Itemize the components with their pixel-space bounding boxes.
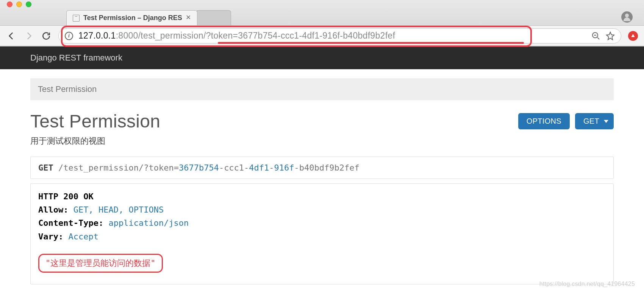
page-viewport: Django REST framework Test Permission Te…	[0, 47, 644, 295]
header-vary-value: Accept	[68, 232, 98, 241]
tab-title: Test Permission – Django RES	[83, 14, 182, 22]
response-status: HTTP 200 OK	[38, 190, 606, 203]
page-header-row: Test Permission 用于测试权限的视图 OPTIONS GET	[30, 111, 614, 147]
page-description: 用于测试权限的视图	[30, 135, 160, 147]
response-box: HTTP 200 OK Allow: GET, HEAD, OPTIONS Co…	[30, 183, 614, 284]
header-content-type-key: Content-Type:	[38, 218, 103, 228]
forward-button[interactable]	[23, 31, 34, 41]
traffic-lights	[7, 2, 31, 7]
chevron-down-icon	[604, 120, 608, 123]
extension-icon[interactable]	[628, 31, 638, 41]
browser-tabstrip: Test Permission – Django RES ×	[0, 8, 644, 25]
reload-button[interactable]	[41, 31, 52, 41]
watermark: https://blog.csdn.net/qq_41964425	[539, 281, 635, 287]
site-info-icon[interactable]: i	[65, 32, 73, 40]
address-host: 127.0.0.1	[78, 31, 116, 40]
drf-container: Test Permission Test Permission 用于测试权限的视…	[0, 69, 644, 295]
breadcrumb: Test Permission	[30, 78, 614, 100]
browser-tab-active[interactable]: Test Permission – Django RES ×	[66, 10, 197, 25]
zoom-out-icon[interactable]	[591, 31, 600, 40]
back-button[interactable]	[6, 31, 17, 41]
drf-topbar: Django REST framework	[0, 47, 644, 69]
request-path: /test_permission/	[58, 163, 144, 172]
get-button-label: GET	[583, 117, 599, 126]
annotation-address-underline	[218, 42, 524, 44]
address-bar[interactable]: i 127.0.0.1:8000/test_permission/?token=…	[58, 28, 621, 43]
browser-toolbar: i 127.0.0.1:8000/test_permission/?token=…	[0, 25, 644, 46]
request-method: GET	[38, 163, 53, 172]
mac-titlebar	[0, 0, 644, 8]
tab-close-icon[interactable]: ×	[186, 13, 191, 22]
response-body-highlight: "这里是管理员能访问的数据"	[38, 254, 163, 273]
maximize-window-button[interactable]	[26, 2, 31, 7]
request-line: GET /test_permission/?token=3677b754-ccc…	[30, 157, 614, 179]
address-text: 127.0.0.1:8000/test_permission/?token=36…	[78, 31, 395, 41]
page-title: Test Permission	[30, 111, 160, 132]
breadcrumb-current: Test Permission	[38, 84, 97, 94]
page-favicon-icon	[73, 15, 80, 22]
header-allow-key: Allow:	[38, 205, 68, 214]
browser-chrome: Test Permission – Django RES × i 127.0.0…	[0, 0, 644, 47]
profile-avatar-icon[interactable]	[621, 11, 633, 23]
svg-line-1	[597, 37, 599, 39]
header-vary-key: Vary:	[38, 232, 63, 241]
minimize-window-button[interactable]	[16, 2, 22, 7]
options-button[interactable]: OPTIONS	[518, 113, 570, 129]
star-icon[interactable]	[606, 31, 615, 40]
header-content-type-value: application/json	[108, 218, 189, 228]
header-allow-value: GET, HEAD, OPTIONS	[73, 205, 164, 214]
browser-tab-new[interactable]	[197, 10, 231, 25]
response-body: "这里是管理员能访问的数据"	[45, 258, 156, 268]
get-button[interactable]: GET	[575, 113, 614, 129]
address-path: :8000/test_permission/?token=3677b754-cc…	[116, 31, 395, 40]
drf-brand-link[interactable]: Django REST framework	[30, 53, 122, 63]
close-window-button[interactable]	[7, 2, 13, 7]
action-buttons: OPTIONS GET	[518, 113, 614, 129]
